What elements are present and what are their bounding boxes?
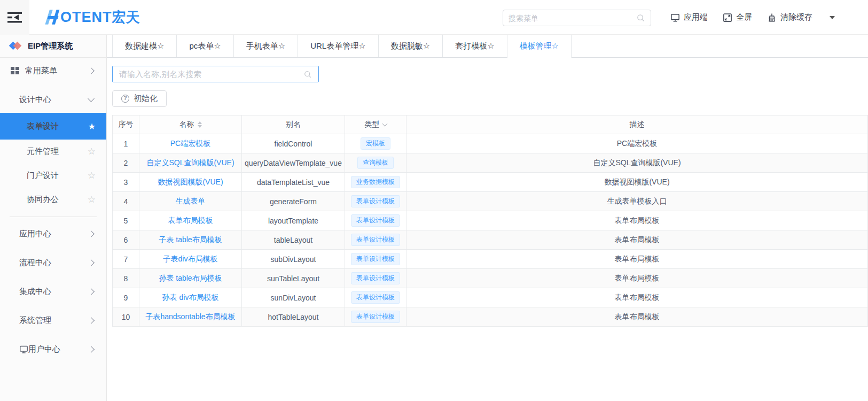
table-row: 5表单布局模板layoutTemplate表单设计模板表单布局模板: [113, 211, 868, 230]
column-label: 类型: [365, 120, 380, 128]
menu-search-input[interactable]: [509, 14, 636, 22]
sidebar-item-label: 系统管理: [19, 315, 89, 326]
tab-pc-form[interactable]: pc表单☆: [177, 35, 233, 57]
template-name-link[interactable]: 表单布局模板: [168, 216, 213, 225]
fullscreen-icon: [723, 13, 732, 22]
template-table-wrap: 序号名称别名类型描述 1PC端宏模板fieldControl宏模板PC端宏模板2…: [112, 115, 868, 327]
cell-description: 表单布局模板: [406, 269, 868, 288]
star-outline-icon[interactable]: ☆: [88, 146, 96, 157]
menu-search-box: [503, 10, 651, 26]
template-search-input[interactable]: [119, 70, 303, 79]
column-header-type[interactable]: 类型: [345, 115, 406, 134]
tab-print-template[interactable]: 套打模板☆: [443, 35, 507, 57]
type-tag: 表单设计模板: [351, 291, 400, 303]
cell-description: 表单布局模板: [406, 307, 868, 327]
sidebar-item-design-center[interactable]: 设计中心: [0, 88, 106, 111]
sidebar-item-app-center[interactable]: 应用中心: [0, 219, 106, 248]
cell-name: 子表 table布局模板: [139, 230, 242, 250]
type-tag: 表单设计模板: [351, 253, 400, 265]
sidebar-item-common-menu[interactable]: 常用菜单: [0, 59, 106, 82]
chevron-right-icon: [88, 259, 95, 266]
sidebar-item-integration[interactable]: 集成中心: [0, 277, 106, 306]
cell-alias: subDivLayout: [242, 250, 345, 269]
chevron-right-icon: [88, 288, 95, 295]
initialize-label: 初始化: [134, 94, 158, 104]
sidebar-item-label: 流程中心: [19, 258, 89, 268]
column-label: 序号: [119, 120, 134, 128]
template-name-link[interactable]: 生成表单: [176, 197, 206, 205]
sidebar-item-collab-office[interactable]: 协同办公☆: [0, 188, 106, 212]
column-header-alias: 别名: [242, 115, 345, 134]
sidebar-item-label: 门户设计: [27, 171, 88, 181]
main-content: 数据建模☆pc表单☆手机表单☆URL表单管理☆数据脱敏☆套打模板☆模板管理☆ ?…: [107, 35, 868, 401]
tab-label: URL表单管理☆: [310, 41, 365, 51]
table-row: 6子表 table布局模板tableLayout表单设计模板表单布局模板: [113, 230, 868, 250]
template-name-link[interactable]: PC端宏模板: [170, 139, 210, 148]
tab-mobile-form[interactable]: 手机表单☆: [234, 35, 298, 57]
cell-name: 孙表 div布局模板: [139, 288, 242, 307]
table-row: 2自定义SQL查询模版(VUE)queryDataViewTemplate_vu…: [113, 153, 868, 173]
column-header-name[interactable]: 名称: [139, 115, 242, 134]
cell-index: 7: [113, 250, 139, 269]
top-header: OTENT宏天 应用端 全屏 清除缓存: [0, 0, 868, 35]
sidebar-system-title: EIP管理系统: [0, 35, 106, 58]
tab-data-modeling[interactable]: 数据建模☆: [112, 35, 177, 57]
search-icon[interactable]: [636, 13, 645, 22]
template-name-link[interactable]: 子表 table布局模板: [159, 235, 222, 244]
sidebar-menu: 常用菜单设计中心表单设计★元件管理☆门户设计☆协同办公☆应用中心流程中心集成中心…: [0, 58, 106, 364]
type-tag: 宏模板: [361, 137, 390, 149]
tab-bar: 数据建模☆pc表单☆手机表单☆URL表单管理☆数据脱敏☆套打模板☆模板管理☆: [107, 35, 868, 58]
filter-caret-icon[interactable]: [382, 121, 387, 127]
fullscreen-button[interactable]: 全屏: [723, 12, 752, 22]
template-name-link[interactable]: 孙表 table布局模板: [159, 274, 222, 282]
cell-description: 数据视图模版(VUE): [406, 173, 868, 192]
initialize-button[interactable]: ? 初始化: [112, 90, 167, 107]
cell-description: 生成表单模板入口: [406, 192, 868, 211]
star-outline-icon[interactable]: ☆: [88, 194, 96, 205]
sidebar-item-form-design[interactable]: 表单设计★: [0, 113, 106, 140]
star-outline-icon[interactable]: ☆: [88, 170, 96, 181]
tab-url-form-manage[interactable]: URL表单管理☆: [298, 35, 378, 57]
template-name-link[interactable]: 孙表 div布局模板: [162, 293, 219, 302]
template-name-link[interactable]: 子表div布局模板: [163, 255, 218, 263]
fullscreen-label: 全屏: [736, 12, 752, 22]
app-client-button[interactable]: 应用端: [670, 12, 708, 22]
type-tag: 表单设计模板: [351, 234, 400, 245]
template-table: 序号名称别名类型描述 1PC端宏模板fieldControl宏模板PC端宏模板2…: [112, 115, 868, 327]
grid-icon: [11, 67, 19, 75]
cell-name: 孙表 table布局模板: [139, 269, 242, 288]
sidebar-item-widget-manage[interactable]: 元件管理☆: [0, 140, 106, 164]
sidebar-item-system-manage[interactable]: 系统管理: [0, 306, 106, 335]
monitor-icon: [19, 345, 28, 354]
sidebar-item-portal-design[interactable]: 门户设计☆: [0, 164, 106, 188]
clear-cache-button[interactable]: 清除缓存: [767, 12, 812, 22]
star-filled-icon[interactable]: ★: [88, 121, 96, 132]
brand-name: OTENT: [60, 9, 112, 26]
sidebar-item-label: 元件管理: [27, 146, 88, 157]
hamburger-collapse-icon: [7, 12, 22, 23]
cell-index: 10: [113, 307, 139, 327]
cell-index: 2: [113, 153, 139, 173]
cell-name: 子表div布局模板: [139, 250, 242, 269]
sidebar-item-label: 设计中心: [19, 95, 89, 105]
search-icon[interactable]: [303, 70, 312, 79]
sidebar-item-user-center[interactable]: 用户中心: [0, 335, 106, 364]
cell-type: 表单设计模板: [345, 230, 406, 250]
tab-template-manage[interactable]: 模板管理☆: [507, 35, 572, 58]
user-menu-caret-icon[interactable]: [830, 16, 835, 19]
cell-type: 表单设计模板: [345, 307, 406, 327]
sidebar-item-flow-center[interactable]: 流程中心: [0, 248, 106, 277]
sidebar-collapse-button[interactable]: [0, 0, 29, 35]
cell-name: PC端宏模板: [139, 134, 242, 153]
template-name-link[interactable]: 数据视图模版(VUE): [158, 178, 223, 186]
table-row: 7子表div布局模板subDivLayout表单设计模板表单布局模板: [113, 250, 868, 269]
cell-type: 宏模板: [345, 134, 406, 153]
table-row: 9孙表 div布局模板sunDivLayout表单设计模板表单布局模板: [113, 288, 868, 307]
sort-caret-icon[interactable]: [198, 121, 202, 128]
cell-index: 1: [113, 134, 139, 153]
template-name-link[interactable]: 子表handsontable布局模板: [145, 312, 235, 321]
sidebar-divider: [10, 217, 97, 217]
sidebar-item-label: 常用菜单: [25, 66, 82, 76]
template-name-link[interactable]: 自定义SQL查询模版(VUE): [146, 158, 234, 167]
tab-data-masking[interactable]: 数据脱敏☆: [379, 35, 443, 57]
